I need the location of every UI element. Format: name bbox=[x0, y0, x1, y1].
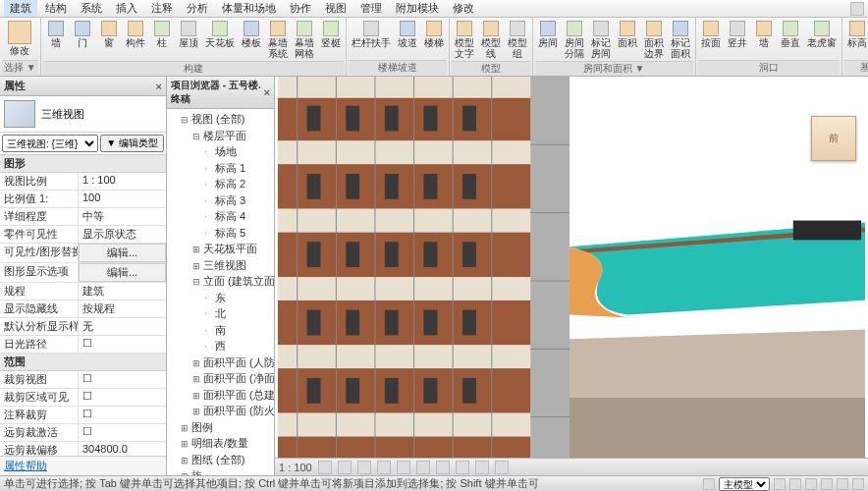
property-value[interactable]: 无 bbox=[79, 318, 166, 335]
active-workset-select[interactable]: 主模型 bbox=[719, 477, 770, 491]
tree-node[interactable]: 视图 (全部) bbox=[181, 111, 272, 128]
menu-item[interactable]: 分析 bbox=[181, 0, 214, 17]
sun-path-icon[interactable] bbox=[357, 461, 371, 474]
ribbon-button[interactable]: 楼板 bbox=[239, 19, 264, 61]
ribbon-button[interactable]: 老虎窗 bbox=[804, 19, 840, 60]
drag-elements-icon[interactable] bbox=[837, 478, 848, 490]
property-value[interactable]: 304800.0 bbox=[79, 442, 166, 456]
ribbon-button[interactable]: 幕墙系统 bbox=[265, 19, 291, 61]
tree-node[interactable]: 面积平面 (总建筑面积) bbox=[192, 387, 272, 404]
property-value[interactable]: ☐ bbox=[79, 371, 166, 388]
select-pinned-icon[interactable] bbox=[805, 478, 817, 490]
tree-node[interactable]: 面积平面 (防火分区面积) bbox=[192, 403, 272, 419]
detail-level-icon[interactable] bbox=[318, 461, 332, 474]
menu-item[interactable]: 协作 bbox=[284, 0, 317, 17]
menu-item[interactable]: 视图 bbox=[319, 0, 353, 17]
ribbon-button[interactable]: 楼梯 bbox=[421, 19, 447, 60]
ribbon-button[interactable]: 标高 bbox=[844, 19, 868, 60]
ribbon-button[interactable]: 修改 bbox=[2, 19, 37, 60]
viewport-3d[interactable]: 前 1 : 100 bbox=[275, 77, 868, 475]
menu-item[interactable]: 建筑 bbox=[4, 0, 37, 17]
ribbon-button[interactable]: 坡道 bbox=[395, 19, 420, 60]
tree-node[interactable]: 天花板平面 bbox=[192, 241, 272, 257]
ribbon-button[interactable]: 构件 bbox=[123, 19, 148, 61]
ribbon-button[interactable]: 模型线 bbox=[478, 19, 504, 61]
ribbon-button[interactable]: 标记房间 bbox=[588, 19, 614, 61]
property-edit-button[interactable]: 编辑... bbox=[79, 263, 166, 282]
tree-node[interactable]: 东 bbox=[204, 290, 272, 306]
ribbon-button[interactable]: 竖梃 bbox=[318, 19, 344, 61]
property-value[interactable]: 100 bbox=[79, 191, 166, 207]
tree-node[interactable]: 南 bbox=[204, 322, 272, 339]
ribbon-button[interactable]: 面积 bbox=[615, 19, 640, 61]
ribbon-button[interactable]: 房间 bbox=[535, 19, 561, 61]
menu-item[interactable]: 体量和场地 bbox=[216, 0, 282, 17]
panel-toggle-icon[interactable] bbox=[850, 2, 864, 16]
workset-icon[interactable] bbox=[703, 478, 715, 490]
menu-item[interactable]: 管理 bbox=[354, 0, 388, 17]
menu-item[interactable]: 附加模块 bbox=[390, 0, 445, 17]
ribbon-button[interactable]: 柱 bbox=[149, 19, 175, 61]
ribbon-button[interactable]: 门 bbox=[70, 19, 95, 61]
tree-node[interactable]: 场地 bbox=[204, 143, 272, 160]
property-category[interactable]: 范围 bbox=[0, 354, 166, 371]
property-value[interactable]: 显示原状态 bbox=[79, 226, 166, 243]
tree-node[interactable]: 面积平面 (人防分区面积) bbox=[192, 355, 272, 371]
properties-grid[interactable]: 图形视图比例1 : 100比例值 1:100详细程度中等零件可见性显示原状态可见… bbox=[0, 155, 166, 456]
close-icon[interactable]: × bbox=[264, 86, 270, 98]
property-value[interactable]: 按规程 bbox=[79, 300, 166, 317]
tree-node[interactable]: 标高 2 bbox=[204, 176, 272, 192]
browser-tree[interactable]: 视图 (全部)楼层平面场地标高 1标高 2标高 3标高 4标高 5天花板平面三维… bbox=[167, 109, 274, 475]
tree-node[interactable]: 北 bbox=[204, 305, 272, 322]
property-edit-button[interactable]: 编辑... bbox=[79, 244, 166, 262]
menu-item[interactable]: 系统 bbox=[75, 0, 108, 17]
property-value[interactable]: ☐ bbox=[79, 389, 166, 406]
tree-node[interactable]: 标高 5 bbox=[204, 225, 272, 242]
menu-item[interactable]: 修改 bbox=[447, 0, 480, 17]
select-face-icon[interactable] bbox=[821, 478, 833, 490]
tree-node[interactable]: 楼层平面 bbox=[192, 128, 272, 144]
tree-node[interactable]: 标高 4 bbox=[204, 208, 272, 225]
property-value[interactable]: ☐ bbox=[79, 407, 166, 423]
menu-item[interactable]: 注释 bbox=[145, 0, 179, 17]
tree-node[interactable]: 面积平面 (净面积) bbox=[192, 370, 272, 387]
crop-region-icon[interactable] bbox=[436, 461, 450, 474]
property-value[interactable]: 建筑 bbox=[79, 283, 166, 300]
unlock-3d-icon[interactable] bbox=[456, 461, 469, 474]
property-category[interactable]: 图形 bbox=[0, 155, 166, 173]
ribbon-button[interactable]: 垂直 bbox=[778, 19, 803, 60]
ribbon-button[interactable]: 按面 bbox=[698, 19, 724, 60]
filter-icon[interactable] bbox=[852, 478, 864, 490]
property-value[interactable]: ☐ bbox=[79, 336, 166, 353]
ribbon-button[interactable]: 面积边界 bbox=[641, 19, 667, 61]
select-underlay-icon[interactable] bbox=[789, 478, 801, 490]
menu-item[interactable]: 插入 bbox=[110, 0, 143, 17]
properties-help-link[interactable]: 属性帮助 bbox=[0, 456, 166, 475]
tree-node[interactable]: 明细表/数量 bbox=[181, 435, 272, 452]
tree-node[interactable]: 图纸 (全部) bbox=[181, 452, 272, 468]
view-cube[interactable]: 前 bbox=[811, 116, 856, 161]
crop-view-icon[interactable] bbox=[416, 461, 430, 474]
ribbon-button[interactable]: 窗 bbox=[96, 19, 122, 61]
tree-node[interactable]: 标高 3 bbox=[204, 192, 272, 209]
temporary-hide-icon[interactable] bbox=[475, 461, 489, 474]
instance-selector[interactable]: 三维视图: {三维} bbox=[2, 135, 98, 152]
menu-item[interactable]: 结构 bbox=[39, 0, 73, 17]
ribbon-button[interactable]: 栏杆扶手 bbox=[349, 19, 394, 60]
ribbon-button[interactable]: 幕墙网格 bbox=[292, 19, 317, 61]
shadows-icon[interactable] bbox=[377, 461, 391, 474]
visual-style-icon[interactable] bbox=[338, 461, 352, 474]
ribbon-button[interactable]: 竖井 bbox=[725, 19, 750, 60]
rendering-icon[interactable] bbox=[397, 461, 410, 474]
ribbon-button[interactable]: 天花板 bbox=[202, 19, 238, 61]
edit-type-button[interactable]: ▼ 编辑类型 bbox=[100, 135, 164, 152]
ribbon-button[interactable]: 模型文字 bbox=[452, 19, 477, 61]
tree-node[interactable]: 西 bbox=[204, 338, 272, 355]
select-links-icon[interactable] bbox=[774, 478, 786, 490]
property-value[interactable]: 1 : 100 bbox=[79, 173, 166, 190]
property-value[interactable]: 中等 bbox=[79, 208, 166, 225]
ribbon-button[interactable]: 墙 bbox=[43, 19, 69, 61]
type-selector-header[interactable]: 三维视图 bbox=[0, 96, 166, 133]
tree-node[interactable]: 族 bbox=[181, 467, 272, 475]
tree-node[interactable]: 三维视图 bbox=[192, 257, 272, 274]
